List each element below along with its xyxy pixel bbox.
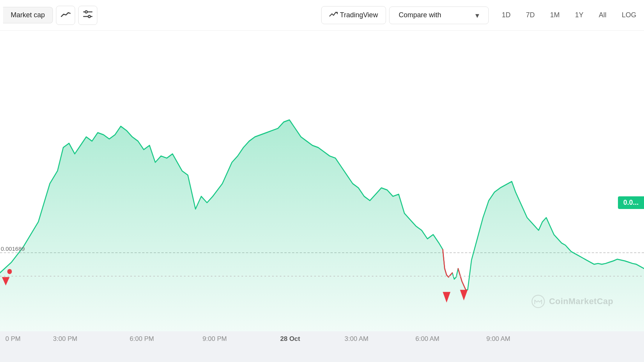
tradingview-label: TradingView (340, 11, 378, 19)
chart-container: 0.001689 0.0... 0 PM 3:00 PM 6:00 PM 9:0… (0, 31, 644, 362)
x-label-3am: 3:00 AM (345, 335, 368, 343)
chevron-down-icon: ▾ (475, 11, 479, 20)
x-label-9am: 9:00 AM (486, 335, 510, 343)
partial-left-btn[interactable]: Market cap (3, 7, 53, 23)
x-label-6am: 6:00 AM (416, 335, 439, 343)
compare-with-label: Compare with (399, 11, 441, 19)
period-log-button[interactable]: LOG (615, 7, 638, 23)
toolbar: Market cap TradingView (0, 0, 644, 31)
x-axis: 0 PM 3:00 PM 6:00 PM 9:00 PM 28 Oct 3:00… (0, 331, 644, 362)
x-label-0pm: 0 PM (5, 335, 21, 343)
current-price-value: 0.0... (623, 199, 639, 206)
svg-point-8 (7, 269, 12, 274)
svg-point-1 (85, 11, 87, 13)
partial-left-label: Market cap (11, 11, 45, 19)
x-label-3pm: 3:00 PM (53, 335, 77, 343)
period-7d-button[interactable]: 7D (519, 7, 542, 23)
current-price-badge: 0.0... (618, 196, 644, 209)
compare-with-button[interactable]: Compare with ▾ (389, 7, 489, 24)
x-label-6pm: 6:00 PM (130, 335, 154, 343)
svg-point-9 (532, 295, 544, 308)
period-group: 1D 7D 1M 1Y All LOG (495, 7, 638, 23)
svg-point-3 (88, 15, 90, 18)
adjust-button[interactable] (78, 6, 97, 25)
price-label: 0.001689 (0, 245, 25, 252)
line-chart-icon (61, 10, 71, 20)
period-1m-button[interactable]: 1M (543, 7, 567, 23)
coinmarketcap-text: CoinMarketCap (549, 296, 613, 306)
coinmarketcap-logo-icon (531, 295, 545, 308)
tradingview-button[interactable]: TradingView (321, 6, 386, 24)
period-1y-button[interactable]: 1Y (568, 7, 590, 23)
chart-svg (0, 31, 644, 362)
tradingview-icon (329, 10, 338, 20)
coinmarketcap-watermark: CoinMarketCap (531, 295, 613, 308)
period-1d-button[interactable]: 1D (495, 7, 518, 23)
x-label-9pm: 9:00 PM (202, 335, 227, 343)
adjust-icon (83, 10, 93, 21)
line-chart-button[interactable] (56, 6, 75, 25)
period-all-button[interactable]: All (592, 7, 613, 23)
x-label-28oct: 28 Oct (280, 335, 300, 343)
